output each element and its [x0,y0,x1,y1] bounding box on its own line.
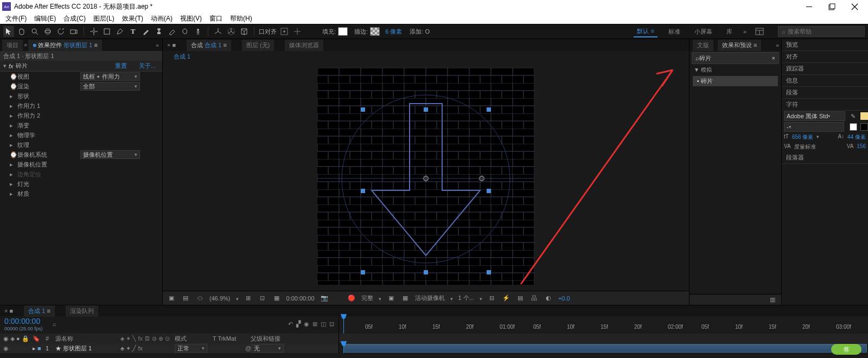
lock-icon[interactable]: × [24,42,27,48]
render-queue-tab[interactable]: 渲染队列 [66,305,98,317]
text-stroke-swatch[interactable] [850,123,857,131]
snapshot-icon[interactable]: 📷 [320,294,329,303]
menu-file[interactable]: 文件(F) [5,14,27,23]
handle[interactable] [487,107,491,112]
puppet-tool-icon[interactable] [193,26,203,37]
font-size-value[interactable]: 656 像素 [792,133,813,141]
layer-color-label[interactable]: ▸ ■ [33,345,46,352]
viewer-lock-icon[interactable]: × ■ [167,42,176,48]
chevron-down-icon[interactable] [480,295,482,302]
menu-window[interactable]: 窗口 [209,14,222,23]
anchor-tool-icon[interactable] [88,26,99,37]
group-camerapos[interactable]: ▸摄像机位置 [0,159,162,169]
views-dropdown[interactable]: 1 个... [458,294,474,302]
prop-view-dropdown[interactable]: 线框 + 作用力 [80,72,140,81]
effects-folder[interactable]: ▼ 模拟 [690,65,781,75]
font-style-dropdown[interactable]: - [784,122,844,132]
prop-render[interactable]: ⌚ 渲染 全部 [0,81,162,91]
media-browser-tab[interactable]: 媒体浏览器 [285,40,323,51]
menu-effect[interactable]: 效果(T) [122,14,143,23]
preview-panel-header[interactable]: 预览 [782,39,868,51]
display-icon[interactable]: ▣ [167,294,176,303]
timeline-comp-tab[interactable]: 合成 1 ≡ [24,305,55,317]
effect-controls-tab[interactable]: ■ 效果控件 形状图层 1 ≡ [28,40,101,51]
twirl-icon[interactable]: ▾ [3,62,7,69]
hand-tool-icon[interactable] [16,26,27,37]
playhead-line[interactable] [343,343,344,353]
col-av[interactable]: ◉ ◈ ● 🔒 [0,335,33,342]
frame-blend-icon[interactable]: ▞ [296,321,301,328]
menu-help[interactable]: 帮助(H) [230,14,252,23]
timeline-lock-icon[interactable]: × ■ [4,308,13,314]
eyedropper-icon[interactable]: ✎ [848,112,857,120]
group-force1[interactable]: ▸作用力 1 [0,101,162,111]
text-fill-swatch[interactable] [860,112,868,120]
region-icon[interactable]: ▣ [387,294,395,303]
col-trkmat[interactable]: T TrkMat [213,335,251,342]
parent-pickwhip-icon[interactable]: @ [245,345,251,351]
rect-tool-icon[interactable] [101,26,112,37]
effects-presets-tab[interactable]: 效果和预设 ≡ [718,40,761,51]
panel-bin-icon[interactable]: ▥ [768,296,777,304]
layer-parent-dropdown[interactable]: 无 [251,344,284,353]
group-physics[interactable]: ▸物理学 [0,130,162,140]
menu-animation[interactable]: 动画(A) [151,14,173,23]
close-button[interactable] [843,0,866,13]
toggle-mask-icon[interactable]: ▤ [181,294,190,303]
zoom-tool-icon[interactable] [29,26,40,37]
graph-editor-icon[interactable]: ⊞ [312,321,317,328]
group-light[interactable]: ▸灯光 [0,179,162,189]
workspace-small[interactable]: 小屏幕 [691,27,716,37]
channel-icon[interactable]: 🔴 [347,294,356,303]
minimize-button[interactable] [797,0,820,13]
rotate-tool-icon[interactable] [55,26,66,37]
menu-layer[interactable]: 图层(L) [93,14,114,23]
playhead[interactable] [343,316,344,334]
handle[interactable] [487,189,491,193]
group-material[interactable]: ▸材质 [0,189,162,199]
camera-dropdown[interactable]: 活动摄像机 [415,294,445,302]
handle[interactable] [361,107,365,112]
tab-overflow-icon[interactable]: » [156,42,159,48]
workspace-overflow-icon[interactable]: » [743,28,746,35]
effects-search-input[interactable]: ⌕ 碎片 × [692,52,779,64]
font-family-dropdown[interactable]: Adobe 黑体 Std [784,111,845,121]
tracking-value[interactable]: 156 [857,143,866,151]
flowchart-icon[interactable]: 品 [530,294,539,303]
exposure-reset-icon[interactable]: ◐ [544,294,553,303]
handle[interactable] [361,270,365,274]
guide-icon[interactable]: ▦ [272,294,281,303]
col-switches[interactable]: ♣ ✦ ╲ fx 🖻 ⊘ ⊕ ⊙ [120,335,175,342]
orbit-tool-icon[interactable] [42,26,53,37]
snap-opt1-icon[interactable] [279,26,290,37]
group-gradient[interactable]: ▸渐变 [0,120,162,130]
stopwatch-icon[interactable]: ⌚ [10,73,14,80]
stroke-swatch[interactable] [370,27,380,36]
align-panel-header[interactable]: 对齐 [782,51,868,63]
menu-edit[interactable]: 编辑(E) [34,14,56,23]
text-panel-tab[interactable]: 文版 [693,40,713,51]
transparency-icon[interactable]: ▦ [401,294,410,303]
layer-mode-dropdown[interactable]: 正常 [175,344,207,353]
info-panel-header[interactable]: 信息 [782,75,868,87]
pixel-aspect-icon[interactable]: ⊟ [488,294,496,303]
col-label[interactable]: 🔖 [33,335,46,342]
arrow-shape[interactable] [355,98,496,272]
text-swap-swatch[interactable] [860,123,868,131]
group-shape[interactable]: ▸形状 [0,91,162,101]
zoom-dropdown[interactable]: (46.9%) [209,295,231,302]
fill-swatch[interactable] [338,27,348,36]
help-badge-icon[interactable]: 答 [830,343,863,357]
workspace-standard[interactable]: 标准 [665,27,684,37]
layer-duration-bar[interactable] [343,344,867,353]
chevron-down-icon[interactable] [379,295,381,302]
workspace-library[interactable]: 库 [723,27,736,37]
timeline-search-input[interactable]: ⌕ [53,321,56,327]
snap-toggle[interactable]: 口对齐 [259,28,277,36]
chevron-down-icon[interactable] [450,295,453,302]
prop-render-dropdown[interactable]: 全部 [80,82,140,91]
clear-search-icon[interactable]: × [772,55,775,61]
col-source[interactable]: 源名称 [55,335,120,343]
prop-camera-system[interactable]: ⌚ 摄像机系统 摄像机位置 [0,150,162,159]
chevron-down-icon[interactable] [236,295,239,302]
